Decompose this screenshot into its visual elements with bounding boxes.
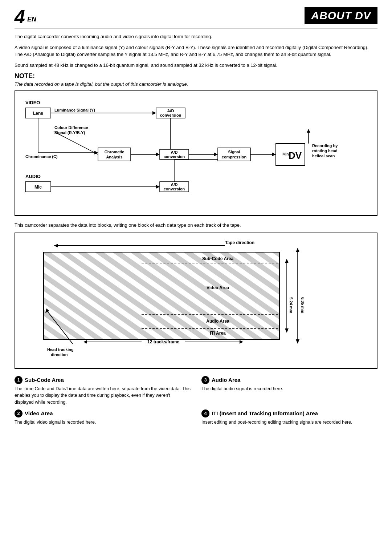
section-1-title: 1 Sub-Code Area [15,376,191,384]
note-section: NOTE: The data recorded on a tape is dig… [15,72,377,87]
svg-marker-79 [240,340,243,344]
svg-rect-56 [44,253,279,339]
page-header: 4 EN ABOUT DV [15,7,377,29]
svg-marker-39 [307,129,310,133]
svg-marker-77 [83,340,87,344]
svg-text:Luminance Signal (Y): Luminance Signal (Y) [54,108,95,112]
svg-text:Sub-Code Area: Sub-Code Area [202,256,234,261]
svg-line-18 [54,132,98,154]
svg-text:Analysis: Analysis [106,155,122,159]
svg-marker-20 [156,153,160,156]
svg-marker-5 [152,111,156,115]
svg-text:6.35 mm: 6.35 mm [301,297,305,313]
diagram1: VIDEO Lens Luminance Signal (Y) A/D conv… [15,90,377,216]
svg-marker-31 [272,153,276,156]
diagram1-svg: VIDEO Lens Luminance Signal (Y) A/D conv… [22,96,370,209]
section-2-text: The digital video signal is recorded her… [15,419,191,426]
svg-marker-65 [285,259,289,263]
svg-text:A/D: A/D [171,182,178,187]
svg-marker-66 [285,328,289,333]
diagram2: Tape direction Sub-Code Area Video Area … [15,233,377,369]
section-3-number: 3 [201,376,209,384]
svg-text:ITI Area: ITI Area [210,331,226,336]
section-1-text: The Time Code and Date/Time data are wri… [15,386,191,406]
svg-text:Audio Area: Audio Area [206,319,229,324]
svg-text:Chromatic: Chromatic [105,150,124,154]
section-3-text: The digital audio signal is recorded her… [201,386,377,392]
section-4-text: Insert editing and post-recording editin… [201,419,377,426]
svg-text:DV: DV [289,150,302,161]
svg-text:A/D: A/D [167,109,174,113]
svg-text:VIDEO: VIDEO [25,100,40,105]
svg-marker-51 [54,244,58,247]
svg-text:AUDIO: AUDIO [25,174,41,179]
svg-text:helical scan: helical scan [312,154,335,158]
svg-text:direction: direction [51,352,68,357]
note-label: NOTE: [15,72,377,80]
svg-text:Lens: Lens [33,111,43,116]
svg-text:conversion: conversion [164,187,185,191]
svg-text:Video Area: Video Area [207,285,229,290]
intro-paragraph-3: Sound sampled at 48 kHz is changed to a … [15,62,377,69]
svg-text:A/D: A/D [171,150,178,154]
svg-text:Colour Difference: Colour Difference [54,125,88,130]
intro-paragraph-2: A video signal is composed of a luminanc… [15,44,377,58]
section-3-title: 3 Audio Area [201,376,377,384]
diagram2-svg: Tape direction Sub-Code Area Video Area … [22,238,370,362]
svg-text:Tape direction: Tape direction [225,240,254,245]
page-en-label: EN [27,16,36,23]
note-text: The data recorded on a tape is digital, … [15,81,377,87]
section-2-number: 2 [15,409,23,417]
svg-marker-69 [296,248,299,252]
about-dv-title: ABOUT DV [305,7,377,24]
section-4: 4 ITI (Insert and Tracking Information) … [201,409,377,426]
svg-text:Chrominance (C): Chrominance (C) [25,154,58,159]
section-3: 3 Audio Area The digital audio signal is… [201,376,377,406]
intro-paragraph-1: The digital camcorder converts incoming … [15,33,377,40]
svg-text:Mic: Mic [34,185,42,190]
svg-text:Head tracking: Head tracking [47,347,74,352]
svg-text:Signal: Signal [228,150,240,154]
svg-text:conversion: conversion [160,113,181,117]
page-number: 4 [15,7,25,26]
section-4-number: 4 [201,409,209,417]
section-2-title: 2 Video Area [15,409,191,417]
svg-marker-44 [156,185,160,189]
section-1: 1 Sub-Code Area The Time Code and Date/T… [15,376,191,406]
section-4-title: 4 ITI (Insert and Tracking Information) … [201,409,377,417]
svg-text:12 tracks/frame: 12 tracks/frame [147,339,179,344]
svg-text:conversion: conversion [164,154,185,159]
svg-marker-70 [296,339,299,344]
svg-text:Recording by: Recording by [312,144,338,148]
svg-marker-26 [214,153,218,156]
bottom-sections: 1 Sub-Code Area The Time Code and Date/T… [15,376,377,426]
section-2: 2 Video Area The digital video signal is… [15,409,191,426]
section-1-number: 1 [15,376,23,384]
diagram2-caption: This camcorder separates the data into b… [15,222,377,229]
svg-text:rotating head: rotating head [312,149,338,153]
svg-text:5.24 mm: 5.24 mm [289,297,293,313]
svg-text:compression: compression [222,155,247,159]
